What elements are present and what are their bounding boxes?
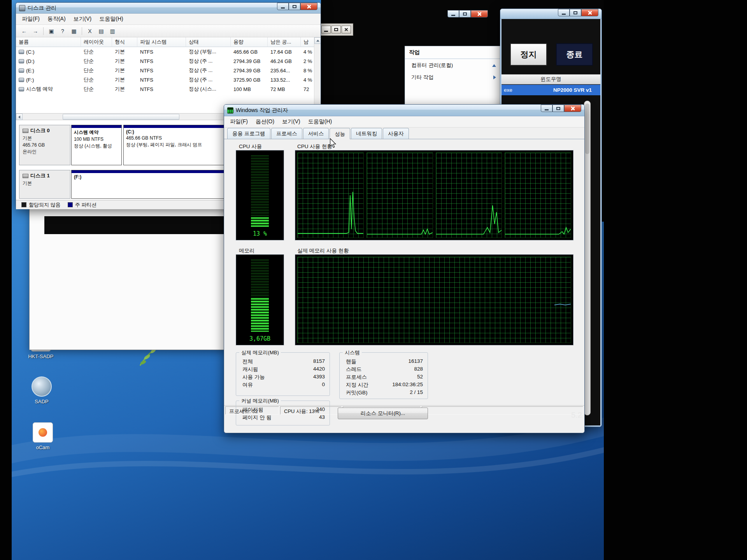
- minimize-button[interactable]: [558, 9, 570, 16]
- scrollbar-thumb[interactable]: [585, 103, 589, 154]
- column-header[interactable]: 용량: [231, 37, 268, 47]
- menu-file[interactable]: 파일(F): [226, 117, 251, 126]
- vertical-scrollbar[interactable]: [584, 101, 591, 415]
- tab-performance[interactable]: 성능: [330, 128, 350, 139]
- disk-management-toolbar: ← → ▣ ? ▦ X ▤ ▥: [16, 25, 321, 37]
- maximize-button[interactable]: [459, 10, 471, 18]
- server-name: NP2000 SVR v1: [553, 87, 592, 93]
- close-button[interactable]: [342, 26, 351, 33]
- menu-file[interactable]: 파일(F): [18, 15, 43, 23]
- disk1-label[interactable]: 디스크 1 기본: [19, 170, 70, 199]
- column-header[interactable]: 형식: [112, 37, 137, 47]
- task-manager-titlebar[interactable]: Windows 작업 관리자: [224, 105, 584, 116]
- menu-action[interactable]: 동작(A): [44, 15, 69, 23]
- menu-options[interactable]: 옵션(O): [252, 117, 278, 126]
- minimize-icon: [324, 31, 328, 32]
- table-row[interactable]: (E:) 단순 기본 NTFS 정상 (주 ... 2794.39 GB 235…: [16, 66, 321, 75]
- delete-icon[interactable]: X: [85, 26, 95, 36]
- disk0-label[interactable]: 디스크 0 기본 465.76 GB 온라인: [19, 125, 70, 165]
- memory-gauge: 3,67GB: [236, 254, 284, 345]
- close-button[interactable]: [471, 10, 488, 18]
- table-row[interactable]: 시스템 예약 단순 기본 NTFS 정상 (시스... 100 MB 72 MB…: [16, 84, 321, 94]
- column-header[interactable]: 볼륨: [16, 37, 81, 47]
- properties-icon[interactable]: ▤: [96, 26, 106, 36]
- cpu-history-graph-1: [297, 152, 364, 238]
- window-name-column-header[interactable]: 윈도우명: [502, 74, 600, 84]
- stop-button[interactable]: 정지: [510, 43, 547, 66]
- close-button[interactable]: [564, 105, 581, 112]
- menu-help[interactable]: 도움말(H): [96, 15, 126, 23]
- tab-users[interactable]: 사용자: [383, 128, 409, 139]
- export-list-icon[interactable]: ▦: [69, 26, 79, 36]
- legend-item-unallocated: 할당되지 않음: [21, 201, 61, 208]
- stat-label: 스레드: [346, 366, 362, 373]
- disk-icon: [23, 129, 28, 133]
- help-icon[interactable]: ?: [58, 26, 68, 36]
- legend-item-primary: 주 파티션: [68, 201, 97, 208]
- show-console-tree-icon[interactable]: ▣: [46, 26, 56, 36]
- close-icon: [570, 106, 575, 111]
- toolbar-separator: [43, 27, 44, 35]
- tab-applications[interactable]: 응용 프로그램: [227, 128, 270, 139]
- disk-management-titlebar[interactable]: 디스크 관리: [16, 3, 321, 14]
- monitor-bezel-left: [0, 0, 12, 560]
- table-cell: 72 MB: [268, 84, 301, 94]
- desktop-icon-ocam[interactable]: oCam: [23, 422, 62, 450]
- resource-monitor-button[interactable]: 리소스 모니터(R)...: [338, 408, 428, 419]
- np2000-titlebar[interactable]: [500, 9, 601, 19]
- desktop-icon-sadp[interactable]: SADP: [22, 376, 61, 404]
- actions-item-local[interactable]: 컴퓨터 관리(로컬): [405, 59, 501, 71]
- menu-view[interactable]: 보기(V): [70, 15, 95, 23]
- exit-button[interactable]: 종료: [556, 43, 593, 66]
- close-button[interactable]: [581, 9, 598, 16]
- scrollbar-thumb[interactable]: [63, 114, 179, 120]
- maximize-button[interactable]: [552, 105, 564, 112]
- forward-icon[interactable]: →: [30, 26, 40, 36]
- maximize-icon: [293, 5, 296, 8]
- column-header[interactable]: 레이아웃: [81, 37, 112, 47]
- column-header[interactable]: 남은 공...: [268, 37, 301, 47]
- menu-help[interactable]: 도움말(H): [305, 117, 335, 126]
- tab-networking[interactable]: 네트워킹: [351, 128, 382, 139]
- table-cell: 단순: [81, 56, 112, 66]
- collapse-icon[interactable]: [492, 64, 496, 67]
- minimize-button[interactable]: [277, 3, 289, 10]
- table-cell: 정상 (시스...: [186, 84, 231, 94]
- maximize-icon: [556, 107, 560, 110]
- tab-processes[interactable]: 프로세스: [271, 128, 302, 139]
- minimize-button[interactable]: [321, 26, 331, 33]
- vertical-scrollbar[interactable]: [314, 37, 321, 113]
- minimize-button[interactable]: [541, 105, 552, 112]
- table-row[interactable]: (F:) 단순 기본 NTFS 정상 (주 ... 3725.90 GB 133…: [16, 75, 321, 84]
- restore-button[interactable]: [331, 26, 341, 33]
- kernel-memory-group: 커널 메모리(MB) 페이지됨340 페이지 안 됨43: [236, 401, 330, 425]
- expand-icon[interactable]: [493, 75, 496, 79]
- maximize-button[interactable]: [289, 3, 300, 10]
- stat-value: 340: [316, 406, 325, 413]
- close-button[interactable]: [300, 3, 317, 10]
- table-row[interactable]: (C:) 단순 기본 NTFS 정상 (부팅... 465.66 GB 17.6…: [16, 47, 321, 56]
- scroll-up-button[interactable]: [314, 37, 321, 44]
- column-header[interactable]: 상태: [186, 37, 231, 47]
- minimize-button[interactable]: [447, 10, 459, 18]
- back-icon[interactable]: ←: [19, 26, 29, 36]
- stat-value: 4420: [313, 366, 325, 373]
- stat-value: 52: [417, 374, 423, 381]
- scroll-left-button[interactable]: [16, 114, 23, 120]
- partition-system-reserved[interactable]: 시스템 예약 100 MB NTFS 정상 (시스템, 활성: [71, 125, 122, 165]
- actions-item-more[interactable]: 기타 작업: [405, 71, 501, 83]
- cpu-gauge-fill: [251, 217, 269, 227]
- tab-services[interactable]: 서비스: [303, 128, 329, 139]
- disk-view-icon[interactable]: ▥: [107, 26, 117, 36]
- memory-history: [295, 254, 573, 345]
- volume-list-header: 볼륨 레이아웃 형식 파일 시스템 상태 용량 남은 공... 남: [16, 37, 321, 47]
- table-cell: 단순: [81, 47, 112, 56]
- server-list-item[interactable]: exe NP2000 SVR v1: [502, 85, 600, 95]
- stat-label: 여유: [242, 382, 253, 388]
- table-row[interactable]: (D:) 단순 기본 NTFS 정상 (주 ... 2794.39 GB 46.…: [16, 56, 321, 66]
- stat-label: 지정 시간: [346, 382, 368, 388]
- maximize-button[interactable]: [570, 9, 581, 16]
- menu-view[interactable]: 보기(V): [279, 117, 304, 126]
- stat-label: 핸들: [346, 358, 356, 365]
- column-header[interactable]: 파일 시스템: [137, 37, 186, 47]
